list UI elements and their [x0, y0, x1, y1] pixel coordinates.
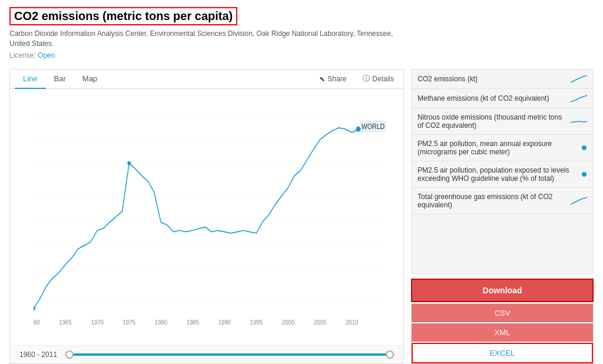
- svg-text:2000: 2000: [282, 317, 295, 325]
- sidebar-item-pm25-mean[interactable]: PM2.5 air pollution, mean annual exposur…: [412, 135, 593, 161]
- svg-text:1970: 1970: [91, 317, 104, 325]
- range-slider-right[interactable]: [386, 350, 394, 359]
- svg-point-29: [127, 161, 131, 165]
- download-button[interactable]: Download: [411, 279, 594, 302]
- sidebar-items: CO2 emissions (kt) Methane emissions (kt…: [411, 69, 594, 274]
- svg-text:1990: 1990: [218, 317, 231, 325]
- sidebar-item-co2-label: CO2 emissions (kt): [418, 75, 569, 83]
- sidebar-item-total-ghg-label: Total greenhouse gas emissions (kt of CO…: [418, 193, 569, 209]
- chart-area: Line Bar Map ⬉ Share ⓘ Details: [9, 69, 404, 364]
- svg-text:WORLD: WORLD: [362, 122, 385, 130]
- download-label: Download: [483, 286, 522, 295]
- sidebar-item-total-ghg[interactable]: Total greenhouse gas emissions (kt of CO…: [412, 188, 593, 214]
- chart-container: 4.8 4.6 4.4 4.2 4.0 3.8 3.6 3.4 3.2 1960…: [10, 89, 403, 345]
- share-icon: ⬉: [319, 75, 325, 83]
- license: License: Open: [9, 51, 594, 59]
- sidebar-item-pm25-pop-icon: [569, 170, 587, 179]
- subtitle: Carbon Dioxide Information Analysis Cent…: [9, 29, 410, 49]
- sidebar-item-pm25-pop-label: PM2.5 air pollution, population exposed …: [418, 166, 569, 183]
- download-section: Download CSV XML EXCEL: [411, 279, 594, 364]
- chart-tabs: Line Bar Map ⬉ Share ⓘ Details: [10, 70, 403, 89]
- xml-label: XML: [495, 328, 511, 337]
- sidebar-item-co2[interactable]: CO2 emissions (kt): [412, 70, 593, 89]
- download-xml[interactable]: XML: [412, 323, 593, 343]
- svg-text:1965: 1965: [59, 317, 72, 325]
- sidebar-item-nitrous[interactable]: Nitrous oxide emissions (thousand metric…: [412, 108, 593, 135]
- year-range-bar: 1960 - 2011: [10, 345, 403, 363]
- sidebar-item-methane-label: Methane emissions (kt of CO2 equivalent): [418, 94, 569, 102]
- tab-actions: ⬉ Share ⓘ Details: [314, 71, 399, 86]
- share-label: Share: [327, 75, 346, 83]
- page-title: CO2 emissions (metric tons per capita): [9, 7, 237, 25]
- info-icon: ⓘ: [363, 74, 370, 84]
- tab-bar[interactable]: Bar: [46, 70, 74, 89]
- sidebar-item-nitrous-label: Nitrous oxide emissions (thousand metric…: [418, 113, 569, 130]
- details-label: Details: [372, 75, 394, 83]
- share-button[interactable]: ⬉ Share: [314, 72, 351, 85]
- sidebar: CO2 emissions (kt) Methane emissions (kt…: [411, 69, 594, 364]
- download-excel[interactable]: EXCEL: [412, 343, 593, 363]
- sidebar-item-co2-icon: [569, 74, 587, 84]
- svg-text:2010: 2010: [346, 317, 359, 325]
- license-link[interactable]: Open: [38, 51, 55, 59]
- sidebar-item-pm25-pop[interactable]: PM2.5 air pollution, population exposed …: [412, 161, 593, 188]
- download-dropdown: CSV XML EXCEL: [411, 303, 594, 364]
- sidebar-item-nitrous-icon: [569, 117, 587, 126]
- year-range-label: 1960 - 2011: [19, 350, 61, 359]
- header: CO2 emissions (metric tons per capita) C…: [9, 7, 594, 59]
- svg-text:1975: 1975: [122, 317, 135, 325]
- range-slider[interactable]: [65, 353, 394, 356]
- svg-point-30: [356, 126, 361, 131]
- svg-text:1985: 1985: [187, 317, 200, 325]
- main-content: Line Bar Map ⬉ Share ⓘ Details: [9, 69, 594, 364]
- range-slider-left[interactable]: [65, 350, 74, 359]
- download-csv[interactable]: CSV: [412, 304, 593, 323]
- details-button[interactable]: ⓘ Details: [358, 71, 399, 86]
- license-label: License:: [9, 51, 36, 59]
- tab-line[interactable]: Line: [15, 70, 46, 89]
- svg-point-33: [582, 145, 587, 150]
- sidebar-item-pm25-mean-label: PM2.5 air pollution, mean annual exposur…: [418, 140, 569, 156]
- sidebar-item-methane-icon: [569, 94, 587, 103]
- svg-text:1995: 1995: [250, 317, 263, 325]
- svg-text:2005: 2005: [314, 317, 327, 325]
- svg-point-34: [582, 172, 587, 177]
- sidebar-item-total-ghg-icon: [569, 196, 587, 206]
- svg-text:1980: 1980: [155, 317, 168, 325]
- tab-map[interactable]: Map: [74, 70, 105, 89]
- sidebar-item-pm25-mean-icon: [569, 143, 587, 153]
- excel-label: EXCEL: [490, 349, 515, 358]
- svg-text:1960: 1960: [34, 317, 40, 325]
- sidebar-item-methane[interactable]: Methane emissions (kt of CO2 equivalent): [412, 89, 593, 108]
- csv-label: CSV: [495, 309, 511, 317]
- chart-svg: 4.8 4.6 4.4 4.2 4.0 3.8 3.6 3.4 3.2 1960…: [34, 95, 397, 327]
